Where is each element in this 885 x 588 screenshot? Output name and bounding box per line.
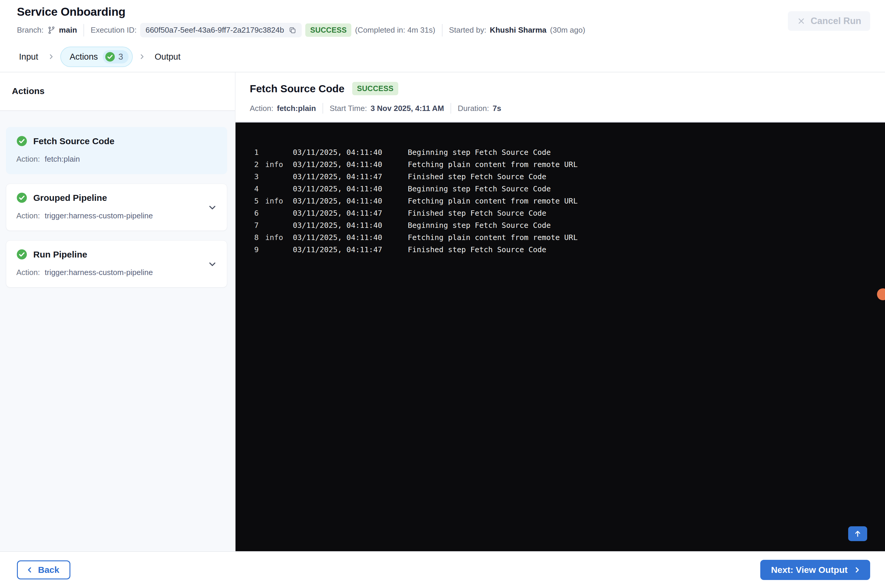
- action-card-meta: Action: trigger:harness-custom-pipeline: [17, 211, 217, 220]
- action-card-meta: Action: fetch:plain: [17, 154, 217, 164]
- git-branch-icon: [47, 26, 56, 34]
- action-card-meta: Action: trigger:harness-custom-pipeline: [17, 268, 217, 277]
- copy-icon[interactable]: [289, 26, 297, 34]
- branch-value: main: [59, 26, 77, 35]
- detail-title: Fetch Source Code: [250, 83, 345, 94]
- log-line: 603/11/2025, 04:11:47Finished step Fetch…: [235, 207, 885, 219]
- log-message: Finished step Fetch Source Code: [408, 245, 546, 254]
- tab-input[interactable]: Input: [11, 52, 47, 62]
- page-header: Service Onboarding Branch: main Executio…: [0, 0, 885, 42]
- log-timestamp: 03/11/2025, 04:11:47: [293, 209, 408, 218]
- execution-id-pill: 660f50a7-5eef-43a6-9ff7-2a2179c3824b: [140, 23, 302, 38]
- log-line: 103/11/2025, 04:11:40Beginning step Fetc…: [235, 146, 885, 158]
- meta-divider: [450, 103, 451, 114]
- log-timestamp: 03/11/2025, 04:11:40: [293, 233, 408, 242]
- chevron-down-icon[interactable]: [207, 202, 217, 212]
- action-card-header: Fetch Source Code: [17, 136, 217, 147]
- detail-duration-value: 7s: [493, 104, 501, 113]
- log-line-number: 4: [254, 184, 265, 193]
- action-card-title: Run Pipeline: [33, 249, 87, 260]
- action-label: Action:: [17, 154, 40, 164]
- check-circle-icon: [105, 52, 115, 62]
- action-value: trigger:harness-custom-pipeline: [45, 211, 153, 220]
- log-message: Fetching plain content from remote URL: [408, 160, 578, 169]
- log-message: Fetching plain content from remote URL: [408, 197, 578, 205]
- chevron-left-icon: [26, 566, 34, 574]
- log-line-number: 6: [254, 209, 265, 218]
- log-message: Beginning step Fetch Source Code: [408, 148, 551, 157]
- chevron-down-icon[interactable]: [207, 259, 217, 269]
- success-check-icon: [17, 249, 27, 260]
- cancel-run-label: Cancel Run: [810, 16, 861, 26]
- log-message: Finished step Fetch Source Code: [408, 209, 546, 218]
- log-line-number: 1: [254, 148, 265, 157]
- log-line: 903/11/2025, 04:11:47Finished step Fetch…: [235, 244, 885, 256]
- action-value: trigger:harness-custom-pipeline: [45, 268, 153, 277]
- log-line: 5info03/11/2025, 04:11:40Fetching plain …: [235, 195, 885, 207]
- detail-start-time-label: Start Time:: [330, 104, 367, 113]
- completed-in-text: (Completed in: 4m 31s): [355, 26, 435, 35]
- action-card-run-pipeline[interactable]: Run Pipeline Action: trigger:harness-cus…: [6, 240, 227, 288]
- log-line-number: 3: [254, 172, 265, 181]
- action-card-fetch-source-code[interactable]: Fetch Source Code Action: fetch:plain: [6, 127, 227, 174]
- actions-count-badge: 3: [103, 50, 129, 63]
- log-console[interactable]: 103/11/2025, 04:11:40Beginning step Fetc…: [235, 122, 885, 551]
- back-button[interactable]: Back: [17, 560, 71, 579]
- content-area: Actions Fetch Source Code Action:: [0, 72, 885, 551]
- close-icon: [797, 16, 806, 26]
- log-line: 2info03/11/2025, 04:11:40Fetching plain …: [235, 158, 885, 171]
- meta-divider: [83, 24, 84, 36]
- log-line: 403/11/2025, 04:11:40Beginning step Fetc…: [235, 183, 885, 195]
- action-card-title: Grouped Pipeline: [33, 193, 107, 203]
- actions-sidebar: Actions Fetch Source Code Action:: [0, 72, 235, 551]
- next-button-label: Next: View Output: [771, 565, 847, 575]
- action-label: Action:: [17, 211, 40, 220]
- log-level: info: [265, 160, 293, 169]
- detail-header: Fetch Source Code SUCCESS Action: fetch:…: [235, 72, 885, 122]
- log-timestamp: 03/11/2025, 04:11:47: [293, 245, 408, 254]
- tab-actions[interactable]: Actions 3: [60, 46, 133, 67]
- meta-divider: [442, 24, 442, 36]
- started-ago-text: (30m ago): [550, 26, 585, 35]
- detail-status-badge: SUCCESS: [352, 82, 398, 95]
- footer-bar: Back Next: View Output: [0, 551, 885, 588]
- log-timestamp: 03/11/2025, 04:11:40: [293, 221, 408, 230]
- execution-id-value: 660f50a7-5eef-43a6-9ff7-2a2179c3824b: [146, 26, 284, 35]
- step-tabbar: Input Actions 3 Output: [0, 42, 885, 72]
- detail-meta-row: Action: fetch:plain Start Time: 3 Nov 20…: [250, 103, 885, 114]
- log-line-number: 7: [254, 221, 265, 230]
- tab-actions-label: Actions: [70, 52, 98, 62]
- log-line-number: 2: [254, 160, 265, 169]
- log-line: 8info03/11/2025, 04:11:40Fetching plain …: [235, 231, 885, 244]
- action-card-header: Run Pipeline: [17, 249, 217, 260]
- next-view-output-button[interactable]: Next: View Output: [760, 560, 870, 580]
- sidebar-heading: Actions: [0, 72, 235, 111]
- log-message: Finished step Fetch Source Code: [408, 172, 546, 181]
- log-timestamp: 03/11/2025, 04:11:40: [293, 148, 408, 157]
- actions-count-value: 3: [119, 52, 123, 62]
- branch-label: Branch:: [17, 26, 44, 35]
- action-card-title: Fetch Source Code: [33, 136, 114, 146]
- chevron-right-icon: [853, 566, 861, 574]
- tab-output[interactable]: Output: [146, 52, 189, 62]
- action-label: Action:: [17, 268, 40, 277]
- action-value: fetch:plain: [45, 154, 80, 164]
- back-button-label: Back: [38, 565, 59, 575]
- notification-dot: [877, 288, 885, 300]
- success-check-icon: [17, 136, 27, 147]
- log-line-number: 5: [254, 197, 265, 205]
- status-badge: SUCCESS: [305, 23, 351, 37]
- execution-meta-row: Branch: main Execution ID: 660f50a7-5eef…: [17, 23, 585, 38]
- execution-id-label: Execution ID:: [90, 26, 137, 35]
- cancel-run-button[interactable]: Cancel Run: [788, 11, 870, 31]
- log-timestamp: 03/11/2025, 04:11:40: [293, 197, 408, 205]
- log-message: Beginning step Fetch Source Code: [408, 184, 551, 193]
- success-check-icon: [17, 192, 27, 203]
- action-card-grouped-pipeline[interactable]: Grouped Pipeline Action: trigger:harness…: [6, 184, 227, 231]
- chevron-right-icon: [47, 53, 55, 60]
- header-left: Service Onboarding Branch: main Executio…: [17, 0, 585, 42]
- meta-divider: [322, 103, 323, 114]
- log-level: info: [265, 233, 293, 242]
- scroll-to-top-button[interactable]: [848, 526, 867, 541]
- log-line: 303/11/2025, 04:11:47Finished step Fetch…: [235, 171, 885, 183]
